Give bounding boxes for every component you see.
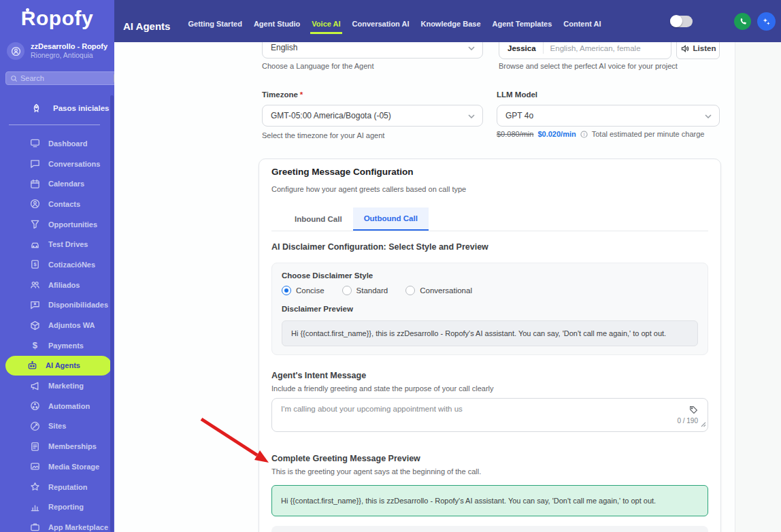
sidebar-item-label: AI Agents: [46, 361, 80, 369]
sidebar-item-afiliados[interactable]: Afiliados: [0, 275, 114, 295]
radio-conversational[interactable]: Conversational: [405, 286, 472, 295]
info-icon: i: [580, 131, 588, 138]
tab-getting-started[interactable]: Getting Started: [188, 20, 242, 34]
chart-icon: [30, 502, 40, 512]
sidebar-item-reputation[interactable]: Reputation: [0, 477, 114, 497]
sidebar-item-label: Test Drives: [48, 240, 88, 248]
disclaimer-panel: Choose Disclaimer Style Concise Standard…: [271, 263, 708, 355]
car-icon: [30, 239, 40, 250]
sidebar-item-contacts[interactable]: Contacts: [0, 194, 114, 214]
required-asterisk: *: [300, 90, 303, 99]
account-name: zzDesarrollo - Ropofy: [31, 42, 107, 51]
contact-icon: [30, 199, 40, 209]
sparkles-icon: [762, 17, 771, 26]
search-icon: [10, 75, 18, 82]
sidebar-item-payments[interactable]: $ Payments: [0, 335, 114, 356]
cube-icon: [30, 320, 40, 331]
sidebar-item-reporting[interactable]: Reporting: [0, 497, 114, 517]
sidebar-item-label: Media Storage: [48, 463, 99, 471]
sidebar-divider: [9, 124, 100, 125]
sidebar-item-adjuntos-wa[interactable]: Adjuntos WA: [0, 315, 114, 335]
globe-pencil-icon: [30, 421, 40, 431]
radio-label: Conversational: [420, 286, 472, 295]
megaphone-icon: [30, 381, 40, 391]
next-section-box: [271, 526, 708, 532]
disclaimer-style-label: Choose Disclaimer Style: [282, 271, 373, 280]
sidebar-search-row: ctrl K: [5, 71, 113, 85]
search-input[interactable]: [18, 74, 114, 82]
sidebar-item-label: Opportunities: [48, 220, 97, 229]
sidebar-item-app-marketplace[interactable]: App Marketplace: [0, 517, 114, 532]
tab-knowledge-base[interactable]: Knowledge Base: [420, 20, 480, 34]
tab-agent-templates[interactable]: Agent Templates: [493, 20, 552, 34]
sidebar-item-conversations[interactable]: Conversations: [0, 154, 114, 174]
speaker-icon: [680, 44, 689, 53]
svg-text:i: i: [583, 131, 584, 136]
resize-handle[interactable]: [701, 418, 706, 430]
app-logo: Ropofy: [0, 7, 114, 30]
sidebar-item-label: Calendars: [48, 180, 84, 188]
sidebar-item-label: Dashboard: [48, 139, 87, 148]
sidebar-item-disponibilidades[interactable]: Disponibilidades: [0, 295, 114, 316]
chat-x-icon: [30, 300, 40, 310]
app-window: Ropofy zzDesarrollo - Ropofy Rionegro, A…: [0, 0, 781, 532]
sidebar-item-memberships[interactable]: Memberships: [0, 436, 114, 456]
automation-icon: [30, 401, 40, 411]
sidebar-item-automation[interactable]: Automation: [0, 396, 114, 416]
sidebar-scrollbar[interactable]: [110, 95, 114, 532]
timezone-select[interactable]: GMT-05:00 America/Bogota (-05): [262, 105, 483, 127]
sidebar-item-label: Sites: [48, 422, 66, 430]
tab-voice-ai[interactable]: Voice AI: [312, 20, 340, 34]
intent-textarea[interactable]: [272, 399, 708, 431]
tab-agent-studio[interactable]: Agent Studio: [254, 20, 300, 34]
listen-button[interactable]: Listen: [676, 42, 720, 59]
sidebar-item-media-storage[interactable]: Media Storage: [0, 456, 114, 477]
sidebar-item-label: Automation: [48, 402, 90, 410]
sidebar-item-label: Adjuntos WA: [48, 321, 95, 329]
sidebar-item-marketing[interactable]: Marketing: [0, 376, 114, 396]
assistant-button[interactable]: [757, 12, 776, 31]
radio-dot: [282, 286, 291, 295]
header-toggle[interactable]: [670, 16, 693, 27]
chevron-down-icon: [468, 111, 475, 120]
call-type-tabs: Inbound Call Outbound Call: [271, 207, 708, 231]
avatar: [7, 42, 24, 60]
sidebar-item-label: Marketing: [48, 382, 84, 390]
phone-button[interactable]: [734, 13, 751, 30]
sidebar-item-test-drives[interactable]: Test Drives: [0, 234, 114, 254]
sidebar-nav: Dashboard Conversations Calendars Contac…: [0, 133, 114, 532]
sidebar-item-calendars[interactable]: Calendars: [0, 173, 114, 194]
voice-select[interactable]: Jessica English, American, female: [499, 42, 671, 59]
document-dollar-icon: $: [30, 259, 40, 269]
sidebar-item-cotizaciones[interactable]: $ CotizacióNes: [0, 254, 114, 275]
sidebar-item-pasos-iniciales[interactable]: Pasos iniciales: [0, 99, 114, 117]
tab-outbound-call[interactable]: Outbound Call: [353, 207, 429, 231]
char-counter: 0 / 190: [677, 417, 698, 425]
complete-preview-subtitle: This is the greeting your agent says at …: [271, 467, 481, 476]
radio-standard[interactable]: Standard: [342, 286, 388, 295]
radio-concise[interactable]: Concise: [282, 286, 325, 295]
tab-conversation-ai[interactable]: Conversation AI: [352, 20, 410, 34]
account-text: zzDesarrollo - Ropofy Rionegro, Antioqui…: [31, 42, 107, 60]
account-switcher[interactable]: zzDesarrollo - Ropofy Rionegro, Antioqui…: [7, 42, 109, 60]
old-price: $0.080/min: [497, 130, 533, 138]
language-helper: Choose a Language for the Agent: [262, 62, 374, 70]
sidebar-item-ai-agents[interactable]: AI Agents: [5, 356, 112, 376]
right-gutter: [735, 42, 781, 532]
tab-inbound-call[interactable]: Inbound Call: [284, 207, 353, 231]
dollar-icon: $: [30, 340, 40, 350]
llm-select[interactable]: GPT 4o: [497, 105, 720, 127]
tag-icon[interactable]: [689, 405, 698, 417]
dashboard-icon: [30, 138, 40, 148]
price-row: $0.080/min $0.020/min i Total estimated …: [497, 130, 704, 138]
sidebar-item-sites[interactable]: Sites: [0, 416, 114, 437]
users-icon: [30, 280, 40, 290]
sidebar-item-dashboard[interactable]: Dashboard: [0, 133, 114, 154]
sidebar-item-opportunities[interactable]: Opportunities: [0, 214, 114, 235]
sidebar-item-label: Payments: [48, 342, 84, 350]
tab-content-ai[interactable]: Content AI: [563, 20, 601, 34]
language-select[interactable]: English: [262, 42, 483, 59]
disclaimer-section-title: AI Disclaimer Configuration: Select Styl…: [271, 242, 488, 252]
search-box[interactable]: ctrl K: [5, 71, 114, 85]
rocket-icon: [31, 103, 41, 114]
